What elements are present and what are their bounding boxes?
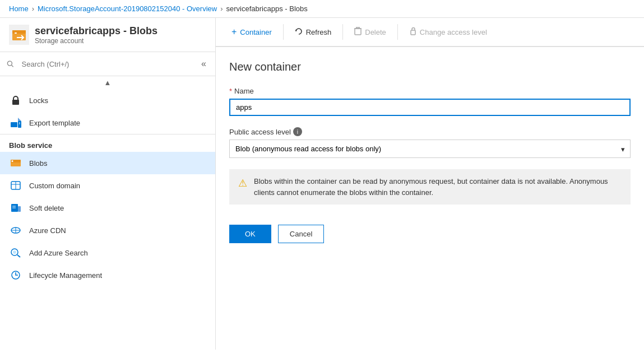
cdn-icon — [9, 225, 22, 236]
svg-rect-2 — [15, 32, 17, 34]
breadcrumb-home[interactable]: Home — [9, 4, 29, 13]
svg-rect-9 — [18, 121, 21, 128]
access-level-info-icon: i — [293, 127, 302, 136]
delete-label: Delete — [365, 28, 386, 36]
sidebar-item-lifecycle-label: Lifecycle Management — [29, 271, 102, 280]
name-input[interactable] — [229, 99, 631, 116]
sidebar-search-input[interactable] — [17, 58, 200, 71]
add-container-icon: + — [231, 27, 237, 37]
storage-account-logo — [9, 25, 29, 45]
toolbar-sep-3 — [397, 24, 398, 40]
sidebar-item-soft-delete[interactable]: Soft delete — [0, 197, 215, 219]
svg-rect-6 — [12, 100, 19, 105]
change-access-button[interactable]: Change access level — [402, 22, 494, 41]
breadcrumb-sep-1: › — [32, 4, 34, 13]
azure-search-icon — [9, 247, 22, 258]
toolbar-sep-1 — [283, 24, 284, 40]
content-area: New container * Name Public access level… — [216, 47, 644, 350]
svg-point-14 — [12, 160, 13, 162]
add-container-button[interactable]: + Container — [225, 22, 279, 41]
svg-line-5 — [12, 65, 13, 67]
sidebar-item-add-azure-search-label: Add Azure Search — [29, 249, 88, 257]
sidebar-nav: ▲ Locks — [0, 76, 215, 350]
refresh-button[interactable]: Refresh — [288, 23, 339, 41]
toolbar-sep-2 — [342, 24, 343, 40]
blob-icon — [9, 157, 22, 169]
lock-icon — [9, 95, 22, 106]
cancel-button[interactable]: Cancel — [278, 225, 324, 243]
name-label: * Name — [229, 87, 631, 95]
sidebar-item-blobs[interactable]: Blobs — [0, 152, 215, 174]
export-icon — [9, 117, 22, 128]
sidebar-item-azure-cdn-label: Azure CDN — [29, 226, 66, 235]
name-form-group: * Name — [229, 87, 631, 116]
delete-icon — [354, 27, 362, 37]
toolbar: + Container Refresh — [216, 18, 644, 47]
delete-button[interactable]: Delete — [348, 22, 393, 41]
svg-point-26 — [13, 250, 16, 254]
sidebar-item-custom-domain-label: Custom domain — [29, 182, 80, 190]
sidebar-item-soft-delete-label: Soft delete — [29, 204, 64, 212]
collapse-sidebar-button[interactable]: « — [199, 57, 209, 71]
info-box: ⚠ Blobs within the container can be read… — [229, 169, 631, 205]
sidebar-search-bar: « — [0, 52, 215, 76]
breadcrumb-storage-account[interactable]: Microsoft.StorageAccount-20190802152040 … — [38, 4, 217, 13]
sidebar-item-export-label: Export template — [29, 119, 80, 127]
lifecycle-icon — [9, 270, 22, 281]
sidebar-item-add-azure-search[interactable]: Add Azure Search — [0, 241, 215, 264]
scroll-up-indicator[interactable]: ▲ — [0, 76, 215, 89]
refresh-label: Refresh — [306, 28, 332, 36]
sidebar-item-blobs-label: Blobs — [29, 159, 48, 168]
svg-marker-8 — [18, 118, 21, 121]
right-panel: + Container Refresh — [216, 18, 644, 350]
soft-delete-icon — [9, 202, 22, 213]
svg-rect-35 — [411, 30, 415, 35]
search-icon — [7, 60, 14, 68]
change-access-label: Change access level — [420, 28, 487, 36]
sidebar-header: servicefabricapps - Blobs Storage accoun… — [0, 18, 215, 52]
sidebar-title-block: servicefabricapps - Blobs Storage accoun… — [35, 25, 157, 45]
sidebar-item-locks-label: Locks — [29, 96, 48, 105]
sidebar-item-lifecycle-management[interactable]: Lifecycle Management — [0, 264, 215, 286]
storage-icon — [11, 27, 27, 43]
sidebar-item-custom-domain[interactable]: Custom domain — [0, 174, 215, 197]
breadcrumb-current: servicefabricapps - Blobs — [226, 4, 308, 13]
svg-rect-19 — [18, 206, 21, 212]
add-container-label: Container — [240, 28, 271, 36]
breadcrumb-sep-2: › — [220, 4, 223, 13]
svg-rect-30 — [355, 29, 361, 35]
form-actions: OK Cancel — [229, 216, 631, 243]
warning-icon: ⚠ — [238, 177, 247, 189]
sidebar-item-azure-cdn[interactable]: Azure CDN — [0, 219, 215, 241]
breadcrumb: Home › Microsoft.StorageAccount-20190802… — [0, 0, 644, 18]
access-level-form-group: Public access level i Blob (anonymous re… — [229, 127, 631, 158]
sidebar-subtitle: Storage account — [35, 37, 157, 45]
access-level-label: Public access level i — [229, 127, 631, 136]
ok-button[interactable]: OK — [229, 225, 271, 243]
required-star: * — [229, 87, 232, 95]
svg-line-27 — [17, 255, 20, 257]
sidebar-item-export-template[interactable]: Export template — [0, 112, 215, 134]
domain-icon — [9, 180, 22, 191]
svg-point-4 — [7, 61, 12, 66]
panel-title: New container — [229, 61, 631, 73]
refresh-icon — [295, 27, 303, 37]
svg-rect-1 — [12, 30, 26, 34]
access-level-select-wrapper: Blob (anonymous read access for blobs on… — [229, 140, 631, 158]
change-access-icon — [409, 27, 416, 37]
svg-rect-7 — [11, 122, 17, 127]
access-level-select[interactable]: Blob (anonymous read access for blobs on… — [229, 140, 631, 158]
sidebar-title: servicefabricapps - Blobs — [35, 25, 157, 37]
blob-service-section-title: Blob service — [0, 134, 215, 152]
sidebar: servicefabricapps - Blobs Storage accoun… — [0, 18, 216, 350]
sidebar-item-locks[interactable]: Locks — [0, 89, 215, 112]
info-box-text: Blobs within the container can be read b… — [254, 176, 622, 198]
